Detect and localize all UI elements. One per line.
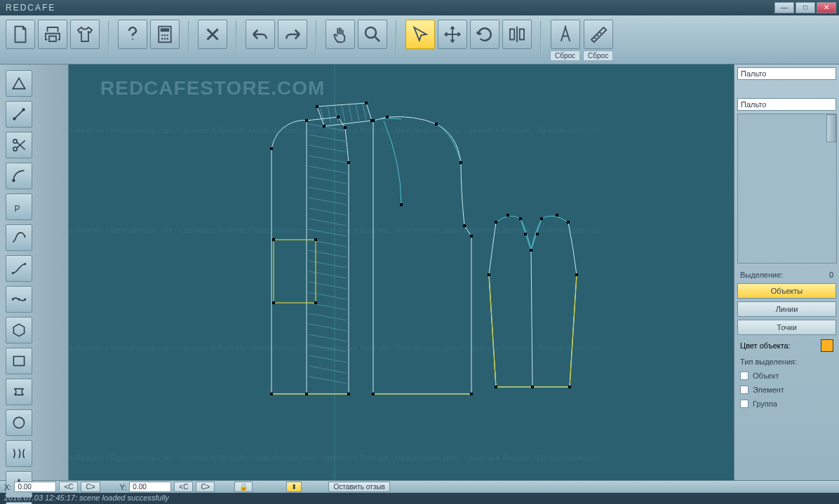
zoom-button[interactable] [358,20,387,49]
svg-line-57 [570,275,577,387]
svg-rect-93 [316,105,318,108]
svg-line-36 [309,229,347,236]
svg-point-4 [167,34,169,36]
svg-rect-80 [519,217,522,220]
circle-tool[interactable] [6,409,32,436]
select-button[interactable] [405,20,435,49]
main-toolbar: Сброс Сброс [0,15,839,64]
svg-rect-84 [488,273,490,276]
x-value[interactable]: 0.00 [14,482,56,492]
spline-tool[interactable] [6,286,32,313]
lines-button[interactable]: Линии [737,301,836,317]
log-bar: 2016.07.03 12:45:17: scene loaded succes… [0,493,839,504]
svg-line-30 [309,166,347,173]
svg-rect-75 [272,238,275,241]
svg-rect-62 [347,393,350,395]
ruler-button[interactable] [584,20,613,49]
svg-rect-69 [470,235,473,238]
reset-label-2[interactable]: Сброс [583,50,613,61]
check-group[interactable] [740,400,749,408]
polygon-tool[interactable] [6,379,32,405]
y-c-left[interactable]: <C [174,482,193,492]
svg-rect-61 [305,393,308,395]
svg-rect-20 [13,357,24,366]
feedback-button[interactable]: Оставить отзыв [328,482,389,492]
mirror-button[interactable] [502,20,532,49]
scissors-tool[interactable] [6,132,32,158]
svg-line-45 [309,324,347,331]
compass-button[interactable] [551,20,580,49]
print-button[interactable] [38,20,67,49]
curve-tool[interactable] [6,224,32,251]
shape-tool[interactable] [6,317,32,343]
check-group-label: Группа [753,400,777,408]
x-c-right[interactable]: C> [81,482,100,492]
svg-point-5 [161,38,163,40]
svg-rect-94 [365,102,368,104]
x-c-left[interactable]: <C [59,482,78,492]
triangle-tool[interactable] [6,70,32,97]
line-tool[interactable] [6,101,32,128]
y-c-right[interactable]: C> [196,482,215,492]
svg-rect-96 [323,125,325,128]
svg-line-33 [309,198,347,205]
scrollbar-thumb[interactable] [826,114,836,142]
reset-label-1[interactable]: Сброс [550,50,580,61]
y-value[interactable]: 0.00 [129,482,171,492]
help-button[interactable] [118,20,147,49]
redo-button[interactable] [278,20,307,49]
svg-point-3 [164,34,166,36]
points-button[interactable]: Точки [737,320,836,335]
svg-rect-67 [372,393,375,395]
svg-rect-60 [270,393,273,395]
objects-button[interactable]: Объекты [737,283,836,299]
svg-rect-72 [435,123,438,125]
canvas[interactable]: REDCAFESTORE.COM в Redcafe / Redcafestor… [69,64,734,480]
arc-tool[interactable] [6,163,32,189]
check-object[interactable] [740,372,749,380]
svg-line-56 [489,275,496,387]
svg-rect-76 [314,238,317,241]
point-tool[interactable]: P [6,193,32,220]
object-name-field-1[interactable]: Пальто [737,67,836,80]
pattern-drawing [69,64,734,480]
svg-line-29 [309,156,347,163]
close-button[interactable]: ✕ [817,2,836,13]
object-name-field-2[interactable]: Пальто [737,98,836,111]
delete-button[interactable] [198,20,227,49]
pan-button[interactable] [325,20,355,49]
svg-line-32 [309,187,347,194]
bezier-tool[interactable] [6,255,32,282]
pattern-tool[interactable] [6,440,32,467]
svg-point-7 [167,38,169,40]
minimize-button[interactable]: — [774,2,794,13]
color-swatch[interactable] [821,339,833,352]
svg-rect-87 [531,386,534,388]
svg-rect-78 [314,301,317,304]
svg-line-44 [309,313,347,320]
move-button[interactable] [438,20,467,49]
selection-count: 0 [829,271,833,279]
calculator-button[interactable] [150,20,180,49]
svg-line-50 [309,376,347,383]
lock-button[interactable]: 🔒 [234,482,253,492]
svg-rect-79 [495,221,497,224]
svg-rect-86 [495,386,497,388]
svg-point-6 [164,38,166,40]
svg-line-40 [309,271,347,278]
undo-button[interactable] [246,20,275,49]
garment-button[interactable] [70,20,100,49]
axis-button[interactable]: ⬍ [286,482,302,492]
svg-line-41 [309,282,347,289]
check-element-label: Элемент [753,386,784,394]
rotate-button[interactable] [470,20,499,49]
check-element[interactable] [740,386,749,394]
new-file-button[interactable] [6,20,35,49]
svg-rect-68 [470,393,473,395]
svg-line-47 [309,345,347,352]
svg-rect-71 [459,161,462,164]
object-list[interactable] [737,114,837,264]
rectangle-tool[interactable] [6,348,32,374]
svg-rect-90 [556,214,558,217]
maximize-button[interactable]: □ [796,2,815,13]
